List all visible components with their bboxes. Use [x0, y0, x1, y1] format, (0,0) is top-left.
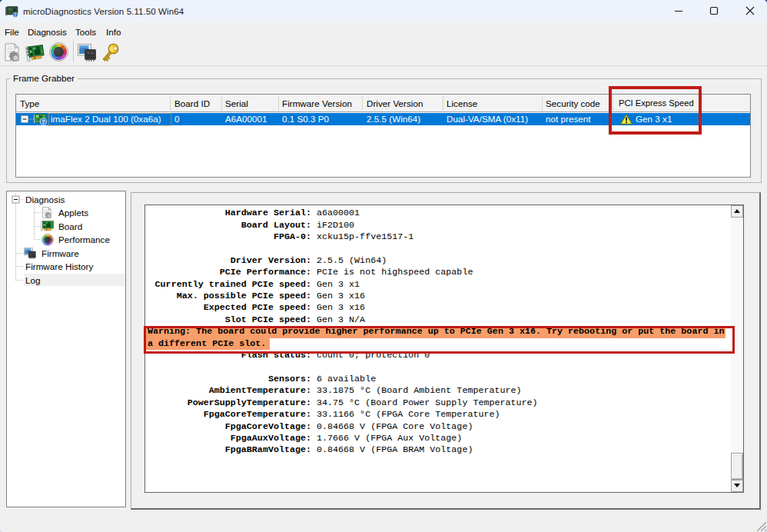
- svg-text:?: ?: [42, 118, 45, 125]
